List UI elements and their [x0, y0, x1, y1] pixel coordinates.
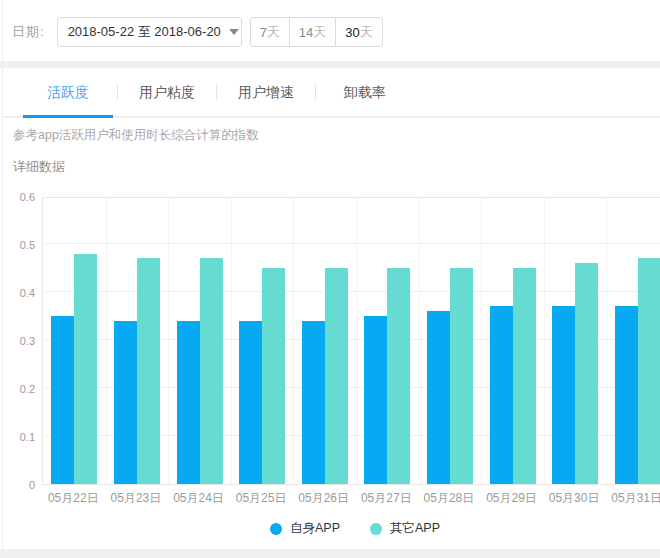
legend-item-self-app[interactable]: 自身APP	[270, 520, 340, 537]
x-axis-label: 05月28日	[418, 490, 481, 507]
activity-dashboard: 日期: 2018-05-22 至 2018-06-20 7天 14天 30天 活…	[0, 0, 660, 558]
y-axis-label: 0	[0, 479, 35, 491]
x-axis-label: 05月25日	[230, 490, 293, 507]
bar-other-app	[74, 254, 97, 484]
metric-description: 参考app活跃用户和使用时长综合计算的指数	[13, 127, 259, 144]
bar-other-app	[450, 268, 473, 484]
date-filter-row: 日期: 2018-05-22 至 2018-06-20 7天 14天 30天	[12, 17, 383, 47]
bar-self-app	[427, 311, 450, 484]
tab-uninstall[interactable]: 卸载率	[320, 68, 410, 116]
legend-dot-icon	[270, 523, 282, 535]
bar-self-app	[364, 316, 387, 484]
gridline-vertical	[419, 198, 420, 484]
x-axis-label: 05月23日	[105, 490, 168, 507]
gridline-horizontal	[43, 243, 660, 244]
gridline-vertical	[168, 198, 169, 484]
y-axis-label: 0.2	[0, 383, 35, 395]
bar-self-app	[51, 316, 74, 484]
bar-self-app	[177, 321, 200, 484]
bar-self-app	[302, 321, 325, 484]
x-axis-label: 05月24日	[167, 490, 230, 507]
bar-other-app	[262, 268, 285, 484]
date-range-value: 2018-05-22 至 2018-06-20	[68, 23, 221, 41]
gridline-vertical	[544, 198, 545, 484]
legend-item-other-app[interactable]: 其它APP	[370, 520, 440, 537]
tab-stickiness[interactable]: 用户粘度	[122, 68, 212, 116]
tab-divider	[117, 84, 118, 100]
quick-range-30d[interactable]: 30天	[335, 17, 382, 47]
y-axis-label: 0.4	[0, 287, 35, 299]
x-axis-label: 05月22日	[42, 490, 105, 507]
y-axis-label: 0.6	[0, 191, 35, 203]
quick-range-group: 7天 14天 30天	[250, 17, 383, 47]
quick-range-14d[interactable]: 14天	[289, 17, 336, 47]
gridline-vertical	[356, 198, 357, 484]
plot-area	[42, 197, 660, 485]
bar-self-app	[114, 321, 137, 484]
gridline-vertical	[481, 198, 482, 484]
chevron-down-icon	[229, 29, 239, 35]
x-axis-label: 05月26日	[292, 490, 355, 507]
tab-activity[interactable]: 活跃度	[23, 68, 113, 116]
tab-divider	[315, 84, 316, 100]
chart-legend: 自身APP其它APP	[42, 520, 660, 537]
legend-label: 自身APP	[290, 520, 340, 537]
bar-self-app	[239, 321, 262, 484]
x-axis-label: 05月31日	[605, 490, 660, 507]
gridline-horizontal	[43, 291, 660, 292]
legend-dot-icon	[370, 523, 382, 535]
bar-other-app	[137, 258, 160, 484]
bar-other-app	[200, 258, 223, 484]
metric-tabs: 活跃度 用户粘度 用户增速 卸载率	[3, 68, 660, 118]
legend-label: 其它APP	[390, 520, 440, 537]
y-axis-label: 0.1	[0, 431, 35, 443]
tab-divider	[216, 84, 217, 100]
tab-growth[interactable]: 用户增速	[221, 68, 311, 116]
bar-other-app	[387, 268, 410, 484]
gridline-vertical	[231, 198, 232, 484]
bar-other-app	[638, 258, 660, 484]
date-label: 日期:	[12, 23, 45, 41]
bar-self-app	[490, 306, 513, 484]
gridline-vertical	[293, 198, 294, 484]
date-range-select[interactable]: 2018-05-22 至 2018-06-20	[57, 17, 242, 47]
section-separator	[0, 61, 660, 68]
y-axis-label: 0.3	[0, 335, 35, 347]
x-axis-label: 05月27日	[355, 490, 418, 507]
gridline-vertical	[106, 198, 107, 484]
bar-other-app	[575, 263, 598, 484]
gridline-vertical	[606, 198, 607, 484]
quick-range-7d[interactable]: 7天	[250, 17, 290, 47]
bar-self-app	[615, 306, 638, 484]
bottom-separator	[0, 549, 660, 558]
bar-other-app	[513, 268, 536, 484]
y-axis-label: 0.5	[0, 239, 35, 251]
x-axis-label: 05月30日	[543, 490, 606, 507]
section-title: 详细数据	[13, 158, 65, 176]
bar-self-app	[552, 306, 575, 484]
x-axis-label: 05月29日	[480, 490, 543, 507]
bar-other-app	[325, 268, 348, 484]
